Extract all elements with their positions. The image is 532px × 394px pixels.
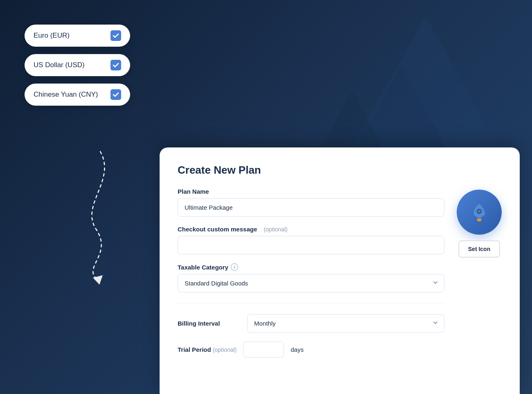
card-body: Plan Name Checkout custom message (optio… bbox=[178, 188, 502, 358]
billing-interval-select[interactable]: Monthly Yearly Weekly Daily bbox=[247, 314, 444, 333]
svg-point-3 bbox=[478, 210, 481, 213]
trial-period-label: Trial Period (optional) bbox=[178, 346, 237, 353]
currency-eur-label: Euro (EUR) bbox=[34, 32, 70, 40]
billing-interval-select-wrapper: Monthly Yearly Weekly Daily bbox=[247, 314, 444, 333]
billing-interval-row: Billing Interval Monthly Yearly Weekly D… bbox=[178, 314, 444, 333]
taxable-category-select-wrapper: Standard Digital Goods Physical Goods So… bbox=[178, 274, 444, 292]
set-icon-button[interactable]: Set Icon bbox=[458, 240, 500, 258]
checkout-message-label: Checkout custom message (optional) bbox=[178, 226, 444, 233]
currency-eur-checkbox[interactable] bbox=[110, 30, 121, 41]
currency-usd-checkbox[interactable] bbox=[110, 60, 121, 70]
checkout-message-input[interactable] bbox=[178, 236, 444, 254]
plan-name-group: Plan Name bbox=[178, 188, 444, 217]
card-title: Create New Plan bbox=[178, 164, 502, 177]
currency-usd-label: US Dollar (USD) bbox=[34, 61, 85, 69]
taxable-category-info-icon[interactable]: i bbox=[231, 263, 238, 271]
billing-interval-label: Billing Interval bbox=[178, 320, 239, 327]
create-plan-card: Create New Plan Plan Name Checkout custo… bbox=[160, 147, 520, 394]
plan-name-label: Plan Name bbox=[178, 188, 444, 195]
taxable-category-select[interactable]: Standard Digital Goods Physical Goods So… bbox=[178, 274, 444, 292]
trial-period-input[interactable] bbox=[243, 342, 284, 358]
arrow-path-decoration bbox=[63, 147, 137, 287]
currency-pill-usd[interactable]: US Dollar (USD) bbox=[25, 54, 130, 76]
trial-period-row: Trial Period (optional) days bbox=[178, 342, 444, 358]
form-section: Plan Name Checkout custom message (optio… bbox=[178, 188, 444, 358]
currency-cny-checkbox[interactable] bbox=[110, 89, 121, 100]
trial-period-days-label: days bbox=[291, 346, 304, 353]
checkout-message-group: Checkout custom message (optional) bbox=[178, 226, 444, 254]
form-divider bbox=[178, 303, 444, 303]
currency-cny-label: Chinese Yuan (CNY) bbox=[34, 91, 98, 99]
taxable-category-label: Taxable Category i bbox=[178, 263, 444, 271]
currency-pill-eur[interactable]: Euro (EUR) bbox=[25, 25, 130, 47]
currency-pills-list: Euro (EUR) US Dollar (USD) Chinese Yuan … bbox=[25, 25, 130, 106]
plan-name-input[interactable] bbox=[178, 198, 444, 217]
rocket-icon bbox=[467, 200, 491, 224]
plan-icon-circle bbox=[457, 190, 502, 235]
currency-pill-cny[interactable]: Chinese Yuan (CNY) bbox=[25, 84, 130, 106]
taxable-category-group: Taxable Category i Standard Digital Good… bbox=[178, 263, 444, 292]
svg-marker-0 bbox=[93, 275, 103, 285]
icon-section: Set Icon bbox=[457, 188, 502, 358]
